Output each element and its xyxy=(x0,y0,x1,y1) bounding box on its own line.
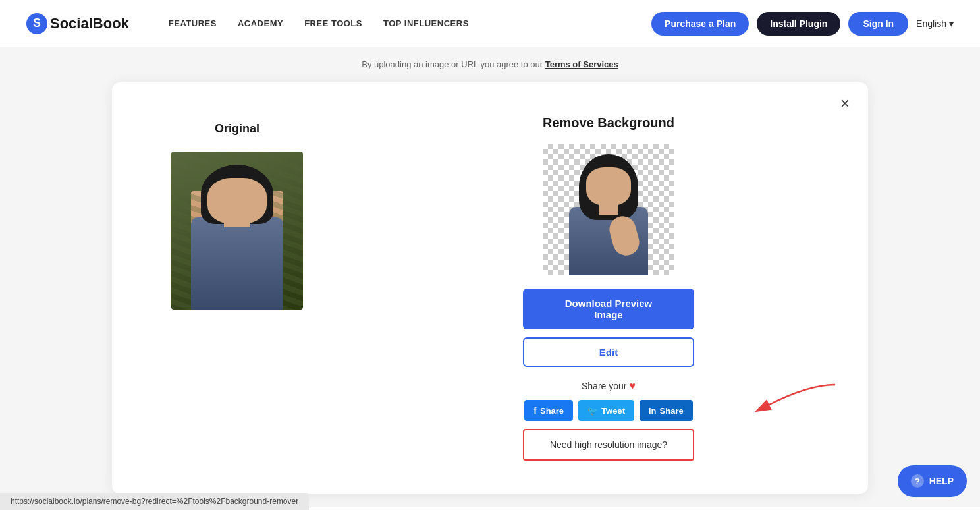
facebook-share-button[interactable]: f Share xyxy=(524,400,573,421)
share-label: Share your ♥ xyxy=(582,380,636,392)
language-label: English xyxy=(916,18,946,29)
top-notice: By uploading an image or URL you agree t… xyxy=(0,47,980,76)
language-selector[interactable]: English ▾ xyxy=(916,18,954,29)
navbar: S SocialBook FEATURES ACADEMY FREE TOOLS… xyxy=(0,0,980,47)
linkedin-icon: in xyxy=(649,406,657,416)
share-section: Share your ♥ f Share 🐦 Tweet in Share xyxy=(523,380,694,461)
linkedin-share-button[interactable]: in Share xyxy=(640,400,693,421)
logo-icon: S xyxy=(26,13,47,34)
nav-features[interactable]: FEATURES xyxy=(169,18,217,28)
status-url: https://socialbook.io/plans/remove-bg?re… xyxy=(11,497,298,506)
result-section: Remove Background xyxy=(382,109,835,461)
high-resolution-box[interactable]: Need high resolution image? xyxy=(523,429,694,461)
processed-image-container xyxy=(543,144,674,275)
logo-text: SocialBook xyxy=(50,15,129,32)
share-buttons: f Share 🐦 Tweet in Share xyxy=(524,400,692,421)
result-title: Remove Background xyxy=(543,115,674,130)
original-label: Original xyxy=(215,122,259,136)
modal-card: × Original xyxy=(112,82,868,494)
status-bar: https://socialbook.io/plans/remove-bg?re… xyxy=(0,493,309,510)
sign-in-button[interactable]: Sign In xyxy=(848,12,908,36)
nav-academy[interactable]: ACADEMY xyxy=(238,18,283,28)
twitter-share-label: Tweet xyxy=(601,406,625,416)
nav-top-influencers[interactable]: TOP INFLUENCERS xyxy=(383,18,469,28)
facebook-icon: f xyxy=(533,405,537,416)
terms-link[interactable]: Terms of Services xyxy=(545,59,618,69)
help-button[interactable]: ? HELP xyxy=(898,465,967,497)
heart-icon: ♥ xyxy=(629,380,636,392)
edit-button[interactable]: Edit xyxy=(523,337,694,367)
download-preview-button[interactable]: Download Preview Image xyxy=(523,289,694,329)
twitter-share-button[interactable]: 🐦 Tweet xyxy=(578,400,634,421)
purchase-plan-button[interactable]: Purchase a Plan xyxy=(651,12,749,36)
main-area: By uploading an image or URL you agree t… xyxy=(0,47,980,510)
top-notice-text: By uploading an image or URL you agree t… xyxy=(362,59,545,69)
nav-right: Purchase a Plan Install Plugin Sign In E… xyxy=(651,12,954,36)
share-text: Share your xyxy=(582,381,626,391)
install-plugin-button[interactable]: Install Plugin xyxy=(757,12,840,36)
original-section: Original xyxy=(145,109,329,461)
original-image xyxy=(171,152,303,310)
logo[interactable]: S SocialBook xyxy=(26,13,129,34)
processed-photo xyxy=(543,144,674,275)
chevron-down-icon: ▾ xyxy=(949,18,954,29)
twitter-icon: 🐦 xyxy=(587,406,598,416)
help-label: HELP xyxy=(929,476,954,486)
close-button[interactable]: × xyxy=(840,96,850,111)
linkedin-share-label: Share xyxy=(660,406,684,416)
nav-free-tools[interactable]: FREE TOOLS xyxy=(304,18,362,28)
facebook-share-label: Share xyxy=(540,406,564,416)
nav-links: FEATURES ACADEMY FREE TOOLS TOP INFLUENC… xyxy=(169,18,651,28)
help-icon: ? xyxy=(911,474,924,488)
